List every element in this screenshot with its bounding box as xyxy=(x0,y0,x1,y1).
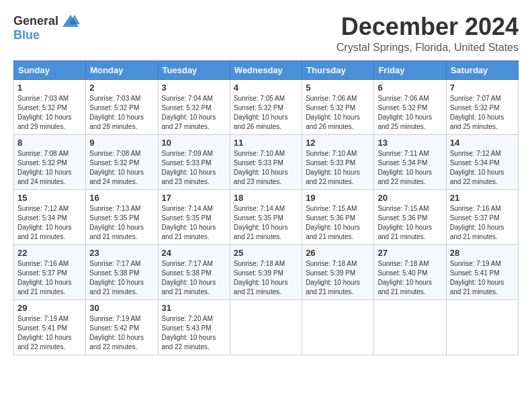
month-title: December 2024 xyxy=(337,13,519,40)
calendar-header-tuesday: Tuesday xyxy=(158,60,230,79)
calendar-cell: 5 Sunrise: 7:06 AMSunset: 5:32 PMDayligh… xyxy=(302,79,374,134)
day-info: Sunrise: 7:14 AMSunset: 5:35 PMDaylight:… xyxy=(162,205,216,240)
calendar-cell: 18 Sunrise: 7:14 AMSunset: 5:35 PMDaylig… xyxy=(230,189,302,244)
day-info: Sunrise: 7:04 AMSunset: 5:32 PMDaylight:… xyxy=(162,95,216,130)
day-number: 13 xyxy=(378,138,442,148)
day-info: Sunrise: 7:16 AMSunset: 5:37 PMDaylight:… xyxy=(450,205,504,240)
calendar-cell: 7 Sunrise: 7:07 AMSunset: 5:32 PMDayligh… xyxy=(446,79,518,134)
day-number: 28 xyxy=(450,248,515,258)
day-info: Sunrise: 7:06 AMSunset: 5:32 PMDaylight:… xyxy=(378,95,432,130)
calendar-week-row: 1 Sunrise: 7:03 AMSunset: 5:32 PMDayligh… xyxy=(14,79,519,134)
calendar-cell: 1 Sunrise: 7:03 AMSunset: 5:32 PMDayligh… xyxy=(14,79,86,134)
day-info: Sunrise: 7:17 AMSunset: 5:38 PMDaylight:… xyxy=(89,260,144,295)
day-number: 21 xyxy=(450,193,515,203)
day-number: 17 xyxy=(162,193,226,203)
day-number: 20 xyxy=(378,193,442,203)
day-info: Sunrise: 7:08 AMSunset: 5:32 PMDaylight:… xyxy=(17,150,72,185)
day-number: 9 xyxy=(89,138,154,148)
location-subtitle: Crystal Springs, Florida, United States xyxy=(337,42,519,54)
calendar-cell: 17 Sunrise: 7:14 AMSunset: 5:35 PMDaylig… xyxy=(158,189,230,244)
calendar-cell: 16 Sunrise: 7:13 AMSunset: 5:35 PMDaylig… xyxy=(86,189,158,244)
calendar-header-wednesday: Wednesday xyxy=(230,60,302,79)
day-info: Sunrise: 7:17 AMSunset: 5:38 PMDaylight:… xyxy=(162,260,216,295)
calendar-cell xyxy=(446,300,518,355)
day-info: Sunrise: 7:19 AMSunset: 5:42 PMDaylight:… xyxy=(89,315,144,351)
page-header: General Blue December 2024 Crystal Sprin… xyxy=(13,13,519,54)
day-info: Sunrise: 7:14 AMSunset: 5:35 PMDaylight:… xyxy=(234,205,288,240)
title-section: December 2024 Crystal Springs, Florida, … xyxy=(337,13,519,54)
calendar-cell: 10 Sunrise: 7:09 AMSunset: 5:33 PMDaylig… xyxy=(158,134,230,189)
day-number: 23 xyxy=(89,248,154,258)
day-number: 5 xyxy=(306,83,370,93)
day-info: Sunrise: 7:20 AMSunset: 5:43 PMDaylight:… xyxy=(162,315,216,351)
day-info: Sunrise: 7:03 AMSunset: 5:32 PMDaylight:… xyxy=(17,95,72,130)
day-info: Sunrise: 7:10 AMSunset: 5:33 PMDaylight:… xyxy=(306,150,360,185)
calendar-cell: 23 Sunrise: 7:17 AMSunset: 5:38 PMDaylig… xyxy=(86,244,158,300)
calendar-cell: 29 Sunrise: 7:19 AMSunset: 5:41 PMDaylig… xyxy=(14,300,86,355)
calendar-cell: 20 Sunrise: 7:15 AMSunset: 5:36 PMDaylig… xyxy=(374,189,446,244)
day-info: Sunrise: 7:18 AMSunset: 5:39 PMDaylight:… xyxy=(306,260,360,295)
calendar-cell xyxy=(302,300,374,355)
calendar-table: SundayMondayTuesdayWednesdayThursdayFrid… xyxy=(13,60,519,355)
calendar-cell: 25 Sunrise: 7:18 AMSunset: 5:39 PMDaylig… xyxy=(230,244,302,300)
calendar-header-friday: Friday xyxy=(374,60,446,79)
calendar-cell: 21 Sunrise: 7:16 AMSunset: 5:37 PMDaylig… xyxy=(446,189,518,244)
calendar-cell: 24 Sunrise: 7:17 AMSunset: 5:38 PMDaylig… xyxy=(158,244,230,300)
day-number: 14 xyxy=(450,138,515,148)
day-info: Sunrise: 7:12 AMSunset: 5:34 PMDaylight:… xyxy=(450,150,504,185)
day-info: Sunrise: 7:03 AMSunset: 5:32 PMDaylight:… xyxy=(89,95,144,130)
calendar-cell: 11 Sunrise: 7:10 AMSunset: 5:33 PMDaylig… xyxy=(230,134,302,189)
day-number: 1 xyxy=(17,83,82,93)
day-number: 15 xyxy=(17,193,82,203)
calendar-cell: 31 Sunrise: 7:20 AMSunset: 5:43 PMDaylig… xyxy=(158,300,230,355)
day-number: 18 xyxy=(234,193,298,203)
day-info: Sunrise: 7:09 AMSunset: 5:33 PMDaylight:… xyxy=(162,150,216,185)
calendar-header-sunday: Sunday xyxy=(14,60,86,79)
day-info: Sunrise: 7:10 AMSunset: 5:33 PMDaylight:… xyxy=(234,150,288,185)
day-info: Sunrise: 7:13 AMSunset: 5:35 PMDaylight:… xyxy=(89,205,144,240)
day-info: Sunrise: 7:06 AMSunset: 5:32 PMDaylight:… xyxy=(306,95,360,130)
calendar-cell: 6 Sunrise: 7:06 AMSunset: 5:32 PMDayligh… xyxy=(374,79,446,134)
calendar-cell: 28 Sunrise: 7:19 AMSunset: 5:41 PMDaylig… xyxy=(446,244,518,300)
day-info: Sunrise: 7:07 AMSunset: 5:32 PMDaylight:… xyxy=(450,95,504,130)
calendar-header-saturday: Saturday xyxy=(446,60,518,79)
calendar-cell: 26 Sunrise: 7:18 AMSunset: 5:39 PMDaylig… xyxy=(302,244,374,300)
day-info: Sunrise: 7:16 AMSunset: 5:37 PMDaylight:… xyxy=(17,260,72,295)
calendar-cell: 13 Sunrise: 7:11 AMSunset: 5:34 PMDaylig… xyxy=(374,134,446,189)
day-number: 27 xyxy=(378,248,442,258)
day-number: 2 xyxy=(89,83,154,93)
calendar-cell: 3 Sunrise: 7:04 AMSunset: 5:32 PMDayligh… xyxy=(158,79,230,134)
day-number: 25 xyxy=(234,248,298,258)
logo: General Blue xyxy=(13,13,80,42)
logo-icon xyxy=(61,13,80,28)
calendar-cell xyxy=(374,300,446,355)
calendar-week-row: 15 Sunrise: 7:12 AMSunset: 5:34 PMDaylig… xyxy=(14,189,519,244)
day-number: 11 xyxy=(234,138,298,148)
day-number: 19 xyxy=(306,193,370,203)
calendar-week-row: 29 Sunrise: 7:19 AMSunset: 5:41 PMDaylig… xyxy=(14,300,519,355)
calendar-header-row: SundayMondayTuesdayWednesdayThursdayFrid… xyxy=(14,60,519,79)
day-number: 7 xyxy=(450,83,515,93)
day-number: 22 xyxy=(17,248,82,258)
day-number: 16 xyxy=(89,193,154,203)
calendar-header-thursday: Thursday xyxy=(302,60,374,79)
day-number: 12 xyxy=(306,138,370,148)
day-info: Sunrise: 7:08 AMSunset: 5:32 PMDaylight:… xyxy=(89,150,144,185)
calendar-cell: 2 Sunrise: 7:03 AMSunset: 5:32 PMDayligh… xyxy=(86,79,158,134)
calendar-cell: 30 Sunrise: 7:19 AMSunset: 5:42 PMDaylig… xyxy=(86,300,158,355)
calendar-week-row: 22 Sunrise: 7:16 AMSunset: 5:37 PMDaylig… xyxy=(14,244,519,300)
day-number: 29 xyxy=(17,303,82,313)
day-number: 24 xyxy=(162,248,226,258)
day-info: Sunrise: 7:05 AMSunset: 5:32 PMDaylight:… xyxy=(234,95,288,130)
calendar-cell: 9 Sunrise: 7:08 AMSunset: 5:32 PMDayligh… xyxy=(86,134,158,189)
calendar-cell: 27 Sunrise: 7:18 AMSunset: 5:40 PMDaylig… xyxy=(374,244,446,300)
day-info: Sunrise: 7:19 AMSunset: 5:41 PMDaylight:… xyxy=(450,260,504,295)
day-info: Sunrise: 7:19 AMSunset: 5:41 PMDaylight:… xyxy=(17,315,72,351)
logo-blue: Blue xyxy=(13,28,40,42)
calendar-cell: 4 Sunrise: 7:05 AMSunset: 5:32 PMDayligh… xyxy=(230,79,302,134)
day-number: 30 xyxy=(89,303,154,313)
calendar-cell: 22 Sunrise: 7:16 AMSunset: 5:37 PMDaylig… xyxy=(14,244,86,300)
calendar-cell: 15 Sunrise: 7:12 AMSunset: 5:34 PMDaylig… xyxy=(14,189,86,244)
calendar-cell: 14 Sunrise: 7:12 AMSunset: 5:34 PMDaylig… xyxy=(446,134,518,189)
calendar-week-row: 8 Sunrise: 7:08 AMSunset: 5:32 PMDayligh… xyxy=(14,134,519,189)
